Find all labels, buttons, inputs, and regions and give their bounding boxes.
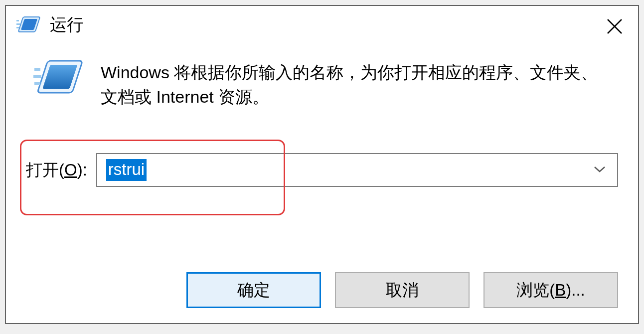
run-dialog: 运行 bbox=[5, 5, 639, 324]
close-icon bbox=[606, 18, 623, 35]
dialog-description: Windows 将根据你所输入的名称，为你打开相应的程序、文件夹、文档或 Int… bbox=[101, 58, 613, 110]
titlebar: 运行 bbox=[6, 6, 638, 43]
cancel-button[interactable]: 取消 bbox=[335, 272, 470, 308]
open-combobox[interactable]: rstrui bbox=[96, 153, 618, 187]
svg-rect-11 bbox=[33, 75, 41, 78]
close-button[interactable] bbox=[603, 15, 626, 37]
run-icon-large bbox=[31, 58, 86, 98]
open-input-value: rstrui bbox=[106, 159, 147, 181]
svg-rect-10 bbox=[34, 68, 40, 71]
dialog-title: 运行 bbox=[50, 13, 84, 36]
browse-button[interactable]: 浏览(B)... bbox=[483, 272, 618, 308]
dialog-body: Windows 将根据你所输入的名称，为你打开相应的程序、文件夹、文档或 Int… bbox=[6, 43, 638, 110]
svg-rect-3 bbox=[16, 23, 20, 25]
svg-rect-2 bbox=[16, 20, 19, 21]
svg-rect-4 bbox=[16, 27, 19, 28]
svg-rect-12 bbox=[34, 82, 40, 85]
run-icon-small bbox=[16, 15, 41, 35]
chevron-down-icon[interactable] bbox=[593, 165, 606, 175]
open-label: 打开(O): bbox=[26, 159, 87, 181]
button-row: 确定 取消 浏览(B)... bbox=[186, 272, 618, 308]
input-row: 打开(O): rstrui bbox=[26, 153, 618, 187]
ok-button[interactable]: 确定 bbox=[186, 272, 321, 308]
